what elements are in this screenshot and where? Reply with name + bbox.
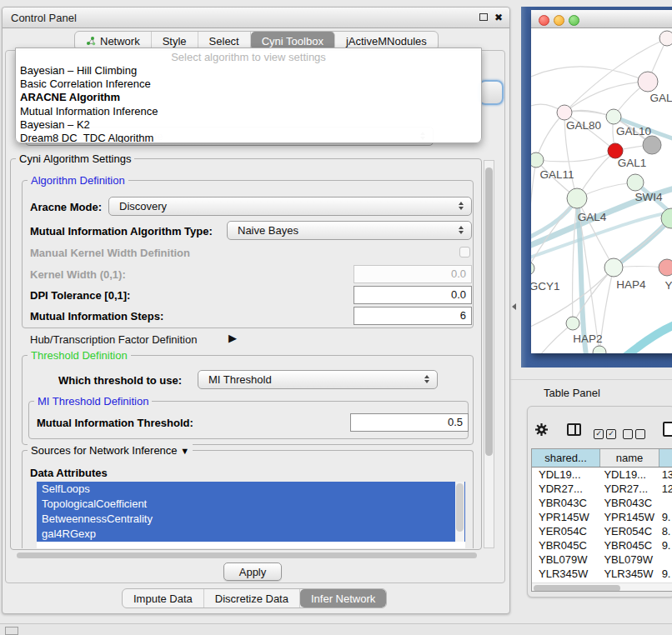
deselect-all-checkboxes-icon[interactable] — [623, 426, 645, 441]
tab-impute-data[interactable]: Impute Data — [123, 589, 204, 608]
network-node-hap2[interactable] — [566, 317, 579, 330]
traffic-light-minimize-icon[interactable] — [554, 15, 564, 26]
table-horizontal-scrollbar[interactable] — [532, 582, 672, 592]
divider — [510, 379, 672, 380]
network-node[interactable] — [659, 31, 672, 46]
manual-kernel-checkbox[interactable] — [459, 247, 470, 258]
network-node[interactable] — [593, 346, 606, 353]
which-threshold-value: MI Threshold — [208, 373, 272, 386]
network-node-gal11[interactable] — [531, 152, 544, 168]
sources-title-text: Sources for Network Inference — [31, 444, 178, 457]
algorithm-option-1[interactable]: Basic Correlation Inference — [16, 78, 481, 91]
table-row[interactable]: YIL052CYIL052C9 — [532, 581, 672, 582]
apply-button[interactable]: Apply — [223, 562, 282, 581]
mi-steps-field[interactable]: 6 — [354, 307, 472, 325]
table-row[interactable]: YDR27...YDR27...12 — [532, 482, 672, 496]
network-node-hap4[interactable] — [604, 258, 623, 277]
settings-group-title: Cyni Algorithm Settings — [16, 152, 134, 165]
which-threshold-combo[interactable]: MI Threshold — [198, 370, 438, 389]
select-all-checkboxes-icon[interactable]: ✓✓ — [594, 426, 616, 441]
algorithm-dropdown-popup: Select algorithm to view settings Bayesi… — [15, 48, 482, 143]
table-row[interactable]: YPR145WYPR145W9. — [532, 510, 672, 524]
mi-algorithm-type-combo[interactable]: Naive Bayes — [227, 221, 472, 240]
network-node-gal80[interactable] — [557, 105, 572, 120]
tab-label: Discretize Data — [215, 592, 288, 605]
table-file-icon[interactable] — [663, 422, 672, 437]
mi-algorithm-type-value: Naive Bayes — [238, 224, 298, 237]
table-row[interactable]: YBR043CYBR043C — [532, 496, 672, 510]
aracne-mode-value: Discovery — [119, 200, 167, 212]
mi-steps-label: Mutual Information Steps: — [30, 310, 163, 322]
traffic-light-close-icon[interactable] — [539, 15, 549, 26]
algorithm-option-3[interactable]: Mutual Information Inference — [16, 105, 481, 118]
table-row[interactable]: YER054CYER054C8. — [532, 524, 672, 538]
network-node[interactable] — [643, 136, 661, 154]
table-row[interactable]: YDL19...YDL19...13 — [532, 468, 672, 482]
table-cell: YLR345W — [532, 567, 600, 581]
table-row[interactable]: YLR345WYLR345W9. — [532, 567, 672, 581]
network-node-swi4[interactable] — [627, 174, 644, 191]
aracne-mode-combo[interactable]: Discovery — [108, 197, 472, 216]
network-node-gcy1[interactable] — [531, 262, 534, 275]
mi-threshold-field[interactable]: 0.5 — [350, 413, 469, 432]
network-edge — [531, 67, 648, 82]
node-label: GAL80 — [566, 119, 601, 132]
tab-infer-network[interactable]: Infer Network — [300, 589, 386, 608]
node-label: GAL1 — [618, 157, 647, 169]
tab-discretize-data[interactable]: Discretize Data — [204, 589, 300, 608]
splitter-collapse-arrow-icon[interactable] — [512, 303, 516, 310]
split-view-icon[interactable] — [567, 423, 581, 436]
table-cell: 12 — [658, 482, 672, 496]
algorithm-option-5[interactable]: Dream8 DC_TDC Algorithm — [16, 132, 481, 143]
float-window-icon[interactable] — [479, 13, 488, 21]
attributes-scrollbar-thumb[interactable] — [456, 483, 464, 532]
attribute-item[interactable]: TopologicalCoefficient — [37, 497, 465, 512]
algorithm-option-2[interactable]: ARACNE Algorithm — [16, 91, 481, 104]
gear-icon[interactable] — [534, 422, 549, 440]
desktop: Control Panel ✖ Network Style Select Cyn… — [0, 0, 672, 635]
node-label: HAP4 — [616, 278, 646, 291]
dpi-tolerance-field[interactable]: 0.0 — [354, 286, 472, 304]
attribute-item[interactable]: gal4RGexp — [37, 527, 465, 542]
dpi-tolerance-label: DPI Tolerance [0,1]: — [30, 289, 130, 302]
attribute-item[interactable]: BetweennessCentrality — [37, 512, 465, 527]
focused-combo-fragment[interactable] — [479, 80, 504, 105]
attributes-scrollbar[interactable] — [455, 482, 464, 542]
table-cell: YDL19... — [600, 468, 657, 482]
attribute-item[interactable]: SelfLoops — [37, 482, 465, 497]
network-edge — [536, 151, 615, 162]
table-cell: 9 — [658, 581, 672, 582]
network-canvas[interactable]: GALGAL80GAL10GAL1GAL11SWI4GAL4GCY1HAP4YH… — [531, 28, 672, 353]
control-panel-titlebar[interactable]: Control Panel ✖ — [3, 8, 509, 28]
settings-vertical-scrollbar[interactable] — [484, 160, 494, 548]
close-icon[interactable]: ✖ — [494, 12, 503, 23]
traffic-light-zoom-icon[interactable] — [569, 15, 579, 26]
minimized-panel-icon[interactable] — [5, 627, 18, 635]
node-label: SWI4 — [634, 191, 662, 203]
table-row[interactable]: YBR045CYBR045C9. — [532, 538, 672, 552]
network-node-gal[interactable] — [638, 72, 658, 92]
table-cell: YBL079W — [532, 552, 600, 567]
settings-scrollbar-thumb[interactable] — [485, 168, 493, 456]
column-header-shared[interactable]: shared... — [532, 449, 600, 467]
network-node-gal4[interactable] — [567, 188, 587, 208]
algorithm-option-0[interactable]: Bayesian – Hill Climbing — [16, 64, 481, 78]
column-header-3[interactable] — [659, 449, 672, 467]
hub-definition-label[interactable]: Hub/Transcription Factor Definition — [30, 333, 197, 346]
table-hscrollbar-thumb[interactable] — [534, 585, 620, 592]
collapse-sources-arrow-icon[interactable]: ▼ — [180, 446, 189, 456]
network-node-gal10[interactable] — [606, 109, 621, 124]
table-row[interactable]: YBL079WYBL079W — [532, 552, 672, 567]
algorithm-option-4[interactable]: Bayesian – K2 — [16, 118, 481, 132]
table-cell: 9. — [658, 567, 672, 581]
expand-hub-arrow-icon[interactable]: ▶ — [228, 332, 237, 344]
combo-arrows-icon — [424, 375, 431, 385]
kernel-width-field[interactable]: 0.0 — [354, 265, 472, 283]
table-cell: YBL079W — [600, 552, 657, 567]
network-window-titlebar[interactable] — [531, 10, 672, 28]
settings-hscrollbar-thumb[interactable] — [17, 552, 477, 558]
column-header-name[interactable]: name — [600, 449, 659, 467]
settings-horizontal-scrollbar[interactable] — [12, 551, 482, 560]
node-label: HAP2 — [573, 332, 602, 345]
network-node-y[interactable] — [659, 259, 672, 276]
